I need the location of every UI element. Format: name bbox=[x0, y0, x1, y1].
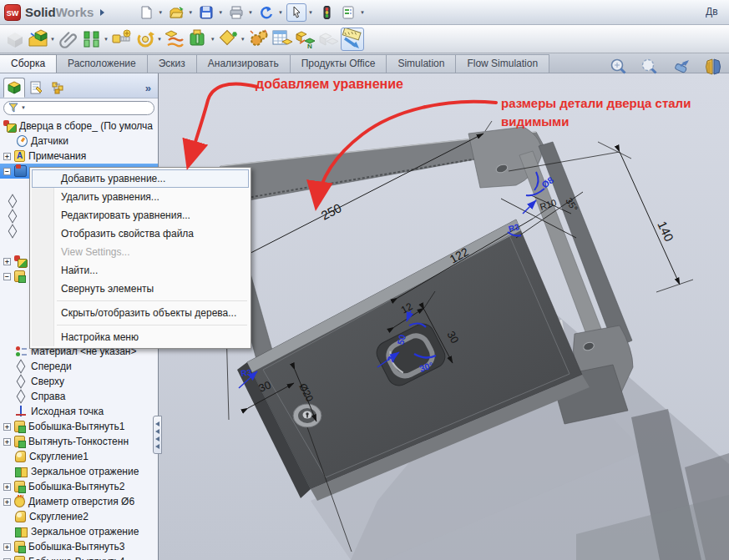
title-bar: SW SolidWorks ▼ ▼ ▼ ▼ ▼ ▼ bbox=[0, 0, 729, 25]
print-icon[interactable] bbox=[226, 3, 246, 22]
expander-plus[interactable]: + bbox=[3, 543, 11, 551]
tree-item-front-plane[interactable]: Спереди bbox=[0, 359, 158, 374]
brand-bold: Solid bbox=[25, 5, 56, 19]
expander-minus[interactable]: − bbox=[3, 168, 11, 175]
tab-evaluate[interactable]: Анализировать bbox=[196, 54, 291, 73]
smart-fasteners-icon[interactable] bbox=[187, 28, 210, 51]
menu-item-customize-menu[interactable]: Настройка меню bbox=[32, 328, 249, 346]
menu-item-find[interactable]: Найти... bbox=[32, 261, 249, 280]
tree-item-top-plane[interactable]: Сверху bbox=[0, 374, 158, 389]
tree-item-boss-extrude2[interactable]: +Бобышка-Вытянуть2 bbox=[0, 479, 158, 494]
bill-of-materials-icon[interactable] bbox=[271, 28, 294, 51]
menu-item-add-equation[interactable]: Добавить уравнение... bbox=[32, 169, 249, 188]
tree-item-mirror2[interactable]: Зеркальное отражение bbox=[0, 524, 158, 539]
mate-dropdown-caret[interactable]: ▼ bbox=[104, 37, 109, 42]
tree-item-assembly-root[interactable]: Дверца в сборе_ (По умолча bbox=[0, 119, 158, 134]
tab-assembly[interactable]: Сборка bbox=[0, 54, 57, 73]
expander-plus[interactable]: + bbox=[3, 483, 11, 491]
fastener-icon[interactable] bbox=[110, 28, 134, 51]
expander-plus[interactable]: + bbox=[3, 438, 11, 446]
tree-item-right-plane[interactable]: Справа bbox=[0, 389, 158, 404]
tree-item-thin-extrude[interactable]: +Вытянуть-Тонкостенн bbox=[0, 434, 158, 449]
tree-item-hole-diameter[interactable]: +Диаметр отверстия Ø6 bbox=[0, 494, 158, 509]
save-icon[interactable] bbox=[196, 3, 216, 22]
tree-item-boss-extrude4[interactable]: +Бобышка-Вытянуть4 bbox=[0, 554, 158, 560]
menu-item-hide-show-tree-items[interactable]: Скрыть/отобразить объекты дерева... bbox=[32, 304, 249, 322]
traffic-light-icon[interactable] bbox=[316, 3, 337, 22]
assembly-features-icon[interactable] bbox=[217, 28, 240, 51]
rotate-component-icon[interactable] bbox=[134, 28, 157, 51]
svg-text:N: N bbox=[307, 43, 312, 50]
tree-item-boss-extrude1[interactable]: +Бобышка-Вытянуть1 bbox=[0, 419, 158, 434]
rotate-dropdown-caret[interactable]: ▼ bbox=[157, 37, 162, 42]
task-dropdown-caret[interactable]: ▼ bbox=[360, 10, 365, 15]
tab-layout[interactable]: Расположение bbox=[56, 54, 148, 73]
tree-item-sensors[interactable]: Датчики bbox=[0, 134, 158, 149]
menu-item-delete-equations[interactable]: Удалить уравнения... bbox=[32, 188, 249, 206]
plane-icon bbox=[15, 391, 28, 402]
menu-item-edit-equations[interactable]: Редактировать уравнения... bbox=[32, 206, 249, 225]
tab-office-products[interactable]: Продукты Office bbox=[290, 54, 387, 73]
insert-dropdown-caret[interactable]: ▼ bbox=[50, 37, 55, 42]
view-orientation-icon[interactable] bbox=[671, 58, 692, 80]
plane-icon bbox=[7, 225, 19, 237]
features-dropdown-caret[interactable]: ▼ bbox=[240, 37, 246, 42]
thin-extrude-icon bbox=[14, 436, 25, 447]
tree-item-mirror1[interactable]: Зеркальное отражение bbox=[0, 464, 158, 479]
new-document-icon[interactable] bbox=[136, 3, 156, 22]
undo-icon[interactable] bbox=[256, 3, 276, 22]
menu-expand-arrow-icon[interactable] bbox=[100, 9, 104, 16]
section-view-icon[interactable] bbox=[704, 58, 722, 80]
fasteners-dropdown-caret[interactable]: ▼ bbox=[210, 37, 215, 42]
tree-item-fillet2[interactable]: Скругление2 bbox=[0, 509, 158, 524]
tree-item-annotations[interactable]: +Примечания bbox=[0, 149, 158, 164]
select-dropdown-caret[interactable]: ▼ bbox=[308, 10, 313, 15]
print-dropdown-caret[interactable]: ▼ bbox=[248, 10, 253, 15]
tab-flow-simulation[interactable]: Flow Simulation bbox=[455, 54, 549, 73]
save-dropdown-caret[interactable]: ▼ bbox=[218, 10, 223, 15]
open-dropdown-caret[interactable]: ▼ bbox=[188, 10, 193, 15]
expander-plus[interactable]: + bbox=[3, 153, 11, 160]
insert-components-icon[interactable] bbox=[27, 28, 50, 51]
tree-filter-input[interactable]: ▼ bbox=[3, 101, 154, 115]
open-document-icon[interactable] bbox=[166, 3, 186, 22]
configuration-manager-tab[interactable] bbox=[47, 78, 68, 98]
simulation-ghost-icon bbox=[317, 28, 341, 51]
exploded-view-icon[interactable]: N bbox=[294, 28, 317, 51]
move-component-icon[interactable] bbox=[164, 28, 187, 51]
solidworks-window: SW SolidWorks ▼ ▼ ▼ ▼ ▼ ▼ bbox=[0, 0, 729, 560]
motion-study-icon[interactable] bbox=[247, 28, 271, 51]
attach-icon[interactable] bbox=[57, 28, 80, 51]
filter-dropdown-caret[interactable]: ▼ bbox=[21, 105, 26, 110]
sensors-icon bbox=[17, 135, 28, 147]
tab-sketch[interactable]: Эскиз bbox=[147, 54, 197, 73]
panel-expand-chevrons[interactable]: » bbox=[142, 82, 154, 98]
boss-extrude-icon bbox=[14, 481, 25, 492]
tree-item-fillet1[interactable]: Скругление1 bbox=[0, 449, 158, 464]
new-dropdown-caret[interactable]: ▼ bbox=[158, 10, 163, 15]
mate-icon[interactable] bbox=[80, 28, 104, 51]
property-manager-tab[interactable] bbox=[25, 78, 47, 98]
tab-simulation[interactable]: Simulation bbox=[386, 54, 456, 73]
insert-component-disabled-icon bbox=[3, 28, 27, 51]
menu-item-show-file-properties[interactable]: Отобразить свойства файла bbox=[32, 225, 249, 243]
feature-manager-tab[interactable] bbox=[3, 78, 25, 98]
select-cursor-icon[interactable] bbox=[286, 3, 306, 22]
zoom-area-icon[interactable] bbox=[640, 58, 659, 80]
expander-plus[interactable]: + bbox=[3, 258, 11, 265]
material-icon bbox=[15, 346, 28, 357]
component-icon bbox=[14, 255, 27, 267]
tree-item-boss-extrude3[interactable]: +Бобышка-Вытянуть3 bbox=[0, 539, 158, 554]
panel-splitter-handle[interactable] bbox=[153, 416, 162, 454]
expander-plus[interactable]: + bbox=[3, 423, 11, 431]
menu-item-collapse-items[interactable]: Свернуть элементы bbox=[32, 280, 249, 298]
tree-item-origin[interactable]: Исходная точка bbox=[0, 404, 158, 419]
expander-plus[interactable]: + bbox=[3, 498, 11, 506]
task-scheduler-icon[interactable] bbox=[338, 3, 358, 22]
undo-dropdown-caret[interactable]: ▼ bbox=[278, 10, 283, 15]
door-lock[interactable] bbox=[293, 404, 321, 427]
fillet-icon bbox=[15, 511, 26, 522]
zoom-fit-icon[interactable] bbox=[609, 58, 628, 80]
expander-minus[interactable]: − bbox=[3, 273, 11, 280]
instant-3d-active-icon[interactable] bbox=[341, 28, 364, 51]
